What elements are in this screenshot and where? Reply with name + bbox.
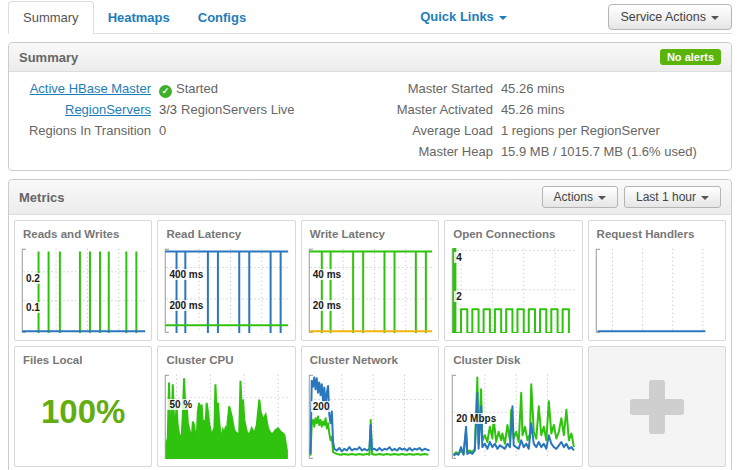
metrics-widget-grid: Reads and Writes 0.20.1 Read Latency 400… — [9, 215, 731, 470]
metric-widget-write-latency[interactable]: Write Latency 40 ms20 ms — [301, 220, 439, 341]
summary-panel-title: Summary — [19, 50, 78, 65]
master-status-value: Started — [176, 81, 218, 96]
summary-row-regions-in-transition: Regions In Transition 0 — [19, 120, 335, 141]
files-local-value: 100% — [15, 392, 151, 430]
chevron-down-icon — [598, 196, 606, 200]
cluster-network-chart: 200 — [308, 374, 433, 459]
time-range-label: Last 1 hour — [636, 190, 696, 204]
summary-row-master-started: Master Started 45.26 mins — [335, 78, 721, 99]
add-widget-button[interactable] — [588, 346, 726, 467]
summary-body: Active HBase Master ✓Started RegionServe… — [9, 72, 731, 170]
master-heap-label: Master Heap — [335, 141, 493, 162]
reads-and-writes-chart: 0.20.1 — [21, 248, 146, 333]
widget-title: Open Connections — [445, 221, 581, 242]
tab-heatmaps[interactable]: Heatmaps — [94, 2, 184, 33]
metric-widget-cluster-disk[interactable]: Cluster Disk 20 Mbps — [444, 346, 582, 467]
metric-widget-cluster-network[interactable]: Cluster Network 200 — [301, 346, 439, 467]
metric-widget-open-connections[interactable]: Open Connections 42 — [444, 220, 582, 341]
summary-row-average-load: Average Load 1 regions per RegionServer — [335, 120, 721, 141]
average-load-label: Average Load — [335, 120, 493, 141]
tab-configs[interactable]: Configs — [184, 2, 260, 33]
service-actions-button[interactable]: Service Actions — [608, 4, 732, 30]
cluster-cpu-chart: 50 % — [164, 374, 289, 459]
summary-row-master-activated: Master Activated 45.26 mins — [335, 99, 721, 120]
actions-label: Actions — [554, 190, 593, 204]
chevron-down-icon — [499, 16, 507, 20]
master-started-label: Master Started — [335, 78, 493, 99]
open-connections-chart: 42 — [451, 248, 576, 333]
actions-button[interactable]: Actions — [542, 186, 618, 208]
metrics-panel: Metrics Actions Last 1 hour Reads and Wr… — [8, 179, 732, 470]
metric-widget-read-latency[interactable]: Read Latency 400 ms200 ms — [157, 220, 295, 341]
widget-title: Files Local — [15, 347, 151, 368]
active-hbase-master-link[interactable]: Active HBase Master — [30, 81, 151, 96]
widget-title: Reads and Writes — [15, 221, 151, 242]
write-latency-chart: 40 ms20 ms — [308, 248, 433, 333]
read-latency-chart: 400 ms200 ms — [164, 248, 289, 333]
master-started-value: 45.26 mins — [501, 78, 565, 99]
plus-icon — [630, 380, 684, 434]
regionservers-live-label: RegionServers Live — [181, 102, 294, 117]
summary-row-active-master: Active HBase Master ✓Started — [19, 78, 335, 99]
regions-in-transition-value: 0 — [159, 120, 166, 141]
tab-bar: Summary Heatmaps Configs Quick Links Ser… — [8, 0, 732, 34]
metrics-header-buttons: Actions Last 1 hour — [536, 186, 721, 208]
hbase-service-dashboard: Summary Heatmaps Configs Quick Links Ser… — [0, 0, 740, 470]
summary-right-column: Master Started 45.26 mins Master Activat… — [335, 78, 721, 162]
widget-title: Cluster Network — [302, 347, 438, 368]
summary-row-regionservers: RegionServers 3/3RegionServers Live — [19, 99, 335, 120]
cluster-disk-chart: 20 Mbps — [451, 374, 576, 459]
metrics-panel-header: Metrics Actions Last 1 hour — [9, 180, 731, 215]
master-activated-label: Master Activated — [335, 99, 493, 120]
quick-links-dropdown[interactable]: Quick Links — [420, 9, 507, 24]
widget-title: Request Handlers — [589, 221, 725, 242]
status-started-icon: ✓ — [159, 85, 172, 98]
widget-title: Cluster Disk — [445, 347, 581, 368]
regions-in-transition-label: Regions In Transition — [19, 120, 151, 141]
regionservers-link[interactable]: RegionServers — [65, 102, 151, 117]
summary-panel: Summary No alerts Active HBase Master ✓S… — [8, 42, 732, 171]
summary-panel-header: Summary No alerts — [9, 43, 731, 72]
regionservers-live-count: 3/3 — [159, 102, 177, 117]
summary-left-column: Active HBase Master ✓Started RegionServe… — [19, 78, 335, 162]
widget-title: Read Latency — [158, 221, 294, 242]
no-alerts-badge[interactable]: No alerts — [660, 49, 721, 65]
metric-widget-reads-and-writes[interactable]: Reads and Writes 0.20.1 — [14, 220, 152, 341]
master-heap-value: 15.9 MB / 1015.7 MB (1.6% used) — [501, 141, 697, 162]
widget-title: Write Latency — [302, 221, 438, 242]
widget-title: Cluster CPU — [158, 347, 294, 368]
average-load-value: 1 regions per RegionServer — [501, 120, 660, 141]
metric-widget-request-handlers[interactable]: Request Handlers — [588, 220, 726, 341]
metric-widget-cluster-cpu[interactable]: Cluster CPU 50 % — [157, 346, 295, 467]
service-actions-label: Service Actions — [621, 10, 706, 24]
chevron-down-icon — [701, 196, 709, 200]
summary-row-master-heap: Master Heap 15.9 MB / 1015.7 MB (1.6% us… — [335, 141, 721, 162]
quick-links-label: Quick Links — [420, 9, 494, 24]
metric-widget-files-local[interactable]: Files Local 100% — [14, 346, 152, 467]
master-activated-value: 45.26 mins — [501, 99, 565, 120]
tab-summary[interactable]: Summary — [8, 1, 94, 34]
chevron-down-icon — [711, 16, 719, 20]
request-handlers-chart — [595, 248, 720, 333]
metrics-panel-title: Metrics — [19, 190, 65, 205]
time-range-button[interactable]: Last 1 hour — [624, 186, 721, 208]
